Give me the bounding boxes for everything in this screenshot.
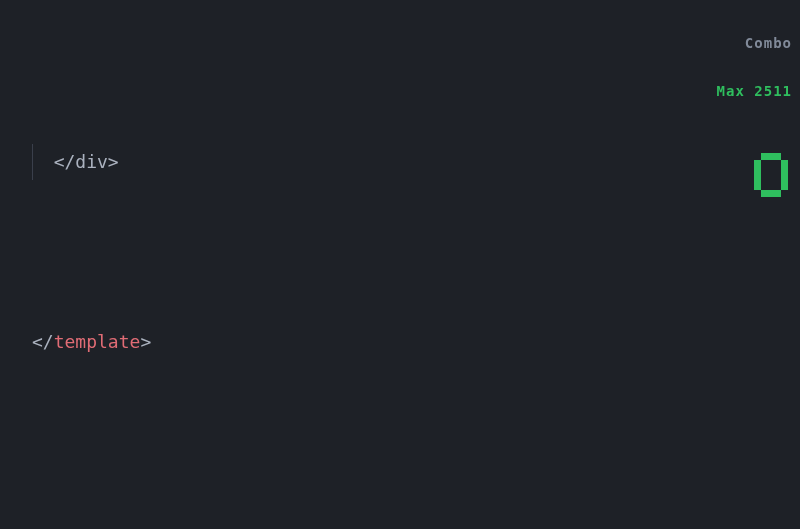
- code-line: </div>: [32, 144, 800, 180]
- code-line: </template>: [32, 324, 800, 360]
- combo-title: Combo: [697, 35, 792, 51]
- code-line: [32, 504, 800, 529]
- combo-max: Max 2511: [697, 83, 792, 99]
- combo-count: [697, 137, 792, 249]
- code-editor[interactable]: </div> </template> <script> export defau…: [0, 0, 800, 529]
- combo-widget: Combo Max 2511: [697, 3, 792, 281]
- combo-digit-zero-icon: [754, 153, 788, 197]
- tag: </div>: [54, 151, 119, 172]
